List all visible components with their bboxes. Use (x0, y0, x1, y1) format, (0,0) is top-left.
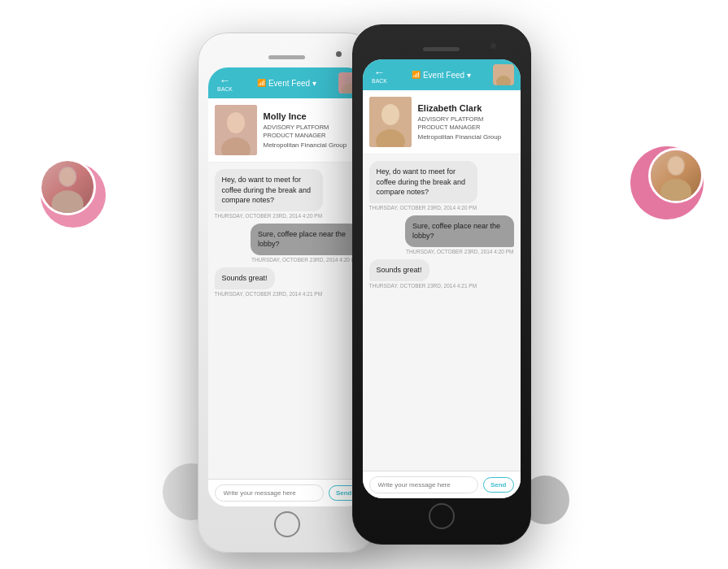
wifi-icon-white: 📶 (257, 79, 266, 87)
svg-point-12 (496, 76, 511, 85)
message-bubble-sent-black-1: Sure, coffee place near the lobby? (405, 215, 514, 247)
profile-section-black: Elizabeth Clark ADVISORY PLATFORM PRODUC… (363, 90, 521, 154)
scene: ← BACK 📶 Event Feed ▾ (0, 0, 728, 569)
message-time-3: THURSDAY, OCTOBER 23RD, 2014 4:21 PM (215, 291, 323, 297)
phone-white-top (208, 43, 366, 67)
phone-white-screen: ← BACK 📶 Event Feed ▾ (208, 67, 366, 506)
messages-area-white: Hey, do want to meet for coffee during t… (208, 163, 366, 479)
nav-title-white[interactable]: 📶 Event Feed ▾ (236, 79, 338, 88)
message-group-3-white: Sounds great! THURSDAY, OCTOBER 23RD, 20… (215, 267, 360, 297)
nav-title-black[interactable]: 📶 Event Feed ▾ (390, 71, 493, 80)
phone-white-speaker (268, 55, 305, 59)
nav-bar-white: ← BACK 📶 Event Feed ▾ (208, 67, 366, 98)
wifi-icon-black: 📶 (412, 71, 421, 79)
profile-name-white: Molly Ince (264, 111, 360, 122)
profile-info-black: Elizabeth Clark ADVISORY PLATFORM PRODUC… (418, 97, 514, 147)
svg-point-5 (668, 157, 683, 175)
phones-wrapper: ← BACK 📶 Event Feed ▾ (59, 16, 669, 553)
message-time-2: THURSDAY, OCTOBER 23RD, 2014 4:20 PM (251, 257, 360, 263)
back-arrow-icon-black: ← (374, 67, 386, 78)
profile-info-white: Molly Ince ADVISORY PLATFORM PRODUCT MAN… (264, 105, 360, 155)
back-label-black: BACK (372, 78, 387, 84)
avatar-elizabeth-blob (648, 148, 704, 203)
profile-company-white: Metropolitan Financial Group (264, 141, 360, 149)
send-button-black[interactable]: Send (483, 477, 514, 493)
message-input-black[interactable] (369, 476, 478, 493)
nav-bar-black: ← BACK 📶 Event Feed ▾ (363, 59, 521, 90)
phone-white-camera (336, 51, 342, 57)
message-time-1: THURSDAY, OCTOBER 23RD, 2014 4:20 PM (215, 213, 323, 219)
phone-black-screen: ← BACK 📶 Event Feed ▾ (363, 59, 521, 498)
back-label-white: BACK (217, 86, 233, 92)
phone-white: ← BACK 📶 Event Feed ▾ (198, 33, 377, 553)
message-time-black-1: THURSDAY, OCTOBER 23RD, 2014 4:20 PM (369, 205, 477, 211)
input-bar-white: Send (208, 479, 366, 506)
svg-point-2 (59, 167, 76, 185)
messages-area-black: Hey, do want to meet for coffee during t… (363, 154, 521, 471)
input-bar-black: Send (363, 471, 521, 498)
phone-black-camera (490, 43, 496, 49)
nav-avatar-black (493, 64, 514, 85)
message-time-black-3: THURSDAY, OCTOBER 23RD, 2014 4:21 PM (369, 283, 477, 289)
message-bubble-received-2: Sounds great! (215, 267, 275, 289)
message-group-1-black: Hey, do want to meet for coffee during t… (369, 161, 514, 211)
message-time-black-2: THURSDAY, OCTOBER 23RD, 2014 4:20 PM (406, 249, 514, 254)
back-button-white[interactable]: ← BACK (215, 75, 236, 92)
profile-title-black: ADVISORY PLATFORM PRODUCT MANAGER (418, 115, 514, 132)
message-bubble-received-black-1: Hey, do want to meet for coffee during t… (369, 161, 478, 203)
profile-avatar-black (369, 97, 412, 147)
svg-point-1 (51, 190, 83, 215)
profile-avatar-white (215, 105, 257, 155)
message-group-2-white: Sure, coffee place near the lobby? THURS… (215, 224, 360, 263)
app-screen-white: ← BACK 📶 Event Feed ▾ (208, 67, 366, 506)
avatar-molly-blob (39, 159, 96, 215)
svg-point-4 (660, 179, 691, 203)
profile-section-white: Molly Ince ADVISORY PLATFORM PRODUCT MAN… (208, 98, 366, 163)
app-screen-black: ← BACK 📶 Event Feed ▾ (363, 59, 521, 498)
message-bubble-received-black-2: Sounds great! (369, 259, 429, 281)
message-group-2-black: Sure, coffee place near the lobby? THURS… (369, 215, 514, 254)
svg-point-9 (227, 112, 245, 133)
phone-black-speaker (423, 47, 460, 51)
message-input-white[interactable] (215, 484, 324, 502)
back-arrow-icon: ← (220, 75, 231, 86)
svg-point-14 (381, 104, 399, 125)
phone-white-home[interactable] (274, 511, 300, 537)
message-bubble-sent-1: Sure, coffee place near the lobby? (251, 224, 360, 255)
profile-company-black: Metropolitan Financial Group (418, 133, 514, 141)
message-bubble-received-1: Hey, do want to meet for coffee during t… (215, 169, 324, 211)
phone-black: ← BACK 📶 Event Feed ▾ (352, 24, 531, 545)
profile-title-white: ADVISORY PLATFORM PRODUCT MANAGER (264, 124, 360, 140)
profile-name-black: Elizabeth Clark (418, 103, 514, 114)
message-group-3-black: Sounds great! THURSDAY, OCTOBER 23RD, 20… (369, 259, 514, 289)
phone-black-home[interactable] (429, 503, 455, 529)
back-button-black[interactable]: ← BACK (369, 67, 390, 84)
phone-black-top (363, 35, 521, 59)
message-group-1-white: Hey, do want to meet for coffee during t… (215, 169, 360, 219)
